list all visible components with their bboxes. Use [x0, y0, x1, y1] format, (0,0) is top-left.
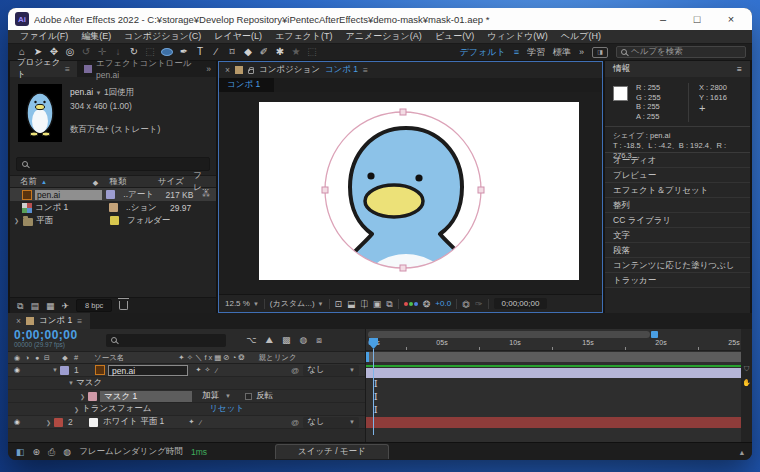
- shy-switch-icon[interactable]: ✦: [194, 366, 203, 374]
- collapse-switch-icon[interactable]: ✧: [203, 366, 212, 374]
- panel-audio[interactable]: オーディオ: [605, 153, 750, 168]
- switches-modes-toggle[interactable]: スイッチ / モード: [275, 444, 389, 459]
- lock-icon[interactable]: [248, 69, 254, 74]
- composition-canvas[interactable]: [259, 102, 579, 280]
- composition-mini-flowchart-icon[interactable]: ⌥: [246, 335, 256, 345]
- exposure-value[interactable]: +0.0: [435, 299, 451, 308]
- column-size[interactable]: サイズ: [158, 176, 193, 188]
- panel-menu-icon[interactable]: ≡: [737, 64, 742, 74]
- grid-guides-icon[interactable]: ⊡: [335, 299, 343, 309]
- composition-flowchart-icon[interactable]: ⧉: [386, 299, 392, 309]
- draft-3d-icon[interactable]: ⛰: [265, 335, 273, 345]
- interpret-footage-icon[interactable]: ⧉: [17, 301, 23, 311]
- workspace-overflow-icon[interactable]: »: [579, 47, 584, 57]
- roto-brush-tool-icon[interactable]: ✐: [256, 44, 272, 60]
- transform-row[interactable]: ❯ トランスフォーム リセット: [8, 403, 365, 416]
- zoom-tool-icon[interactable]: ◎: [62, 44, 78, 60]
- transform-label[interactable]: トランスフォーム: [82, 403, 151, 415]
- project-row-comp1[interactable]: コンポ 1 ..ション 29.97: [10, 201, 216, 214]
- source-name-column[interactable]: ソース名: [94, 353, 124, 363]
- minimize-button[interactable]: –: [646, 9, 680, 29]
- transparency-grid-icon[interactable]: ▣: [373, 299, 382, 309]
- bit-depth-button[interactable]: 8 bpc: [76, 299, 112, 312]
- workspace-standard[interactable]: 標準: [553, 46, 571, 59]
- expand-status-icon[interactable]: ▴: [740, 447, 744, 457]
- panel-paragraph[interactable]: 段落: [605, 243, 750, 258]
- comp-button-icon[interactable]: ✋: [742, 379, 751, 387]
- panel-align[interactable]: 整列: [605, 198, 750, 213]
- share-screen-icon[interactable]: ◨: [592, 47, 608, 58]
- mask-label-pink[interactable]: [88, 392, 97, 401]
- parent-link-column[interactable]: 親とリンク: [258, 353, 296, 363]
- layer-bar-white-solid[interactable]: [366, 417, 741, 428]
- workspace-learn[interactable]: 学習: [527, 46, 545, 59]
- menu-composition[interactable]: コンポジション(C): [118, 30, 207, 43]
- parent-pickwhip-icon[interactable]: @: [291, 366, 299, 375]
- panel-overflow-icon[interactable]: »: [206, 64, 216, 74]
- puppet-pin-tool-icon[interactable]: ✱: [272, 44, 288, 60]
- column-name[interactable]: 名前▲: [10, 176, 93, 188]
- menu-view[interactable]: ビュー(V): [429, 30, 480, 43]
- timeline-search-input[interactable]: [106, 334, 226, 347]
- orbit-camera-tool-icon[interactable]: ↺: [78, 44, 94, 60]
- footage-name[interactable]: pen.ai: [70, 87, 93, 97]
- current-timecode[interactable]: 0;00;00;00: [14, 331, 100, 340]
- panel-effects-presets[interactable]: エフェクト＆プリセット: [605, 183, 750, 198]
- close-panel-icon[interactable]: ×: [225, 65, 230, 75]
- label-chip-lavender[interactable]: [106, 190, 115, 199]
- preview-timecode[interactable]: 0;00;00;00: [494, 298, 548, 309]
- composition-viewer[interactable]: [219, 92, 602, 294]
- timeline-navigator-bar[interactable]: [368, 331, 650, 338]
- mask-invert-checkbox[interactable]: [245, 393, 252, 400]
- transform-reset-link[interactable]: リセット: [209, 403, 244, 415]
- parent-dropdown[interactable]: なし▼: [303, 365, 359, 376]
- menu-layer[interactable]: レイヤー(L): [208, 30, 268, 43]
- audio-status-icon[interactable]: ◍: [63, 447, 71, 457]
- layer-name-edit[interactable]: pen.ai: [108, 365, 188, 376]
- expand-arrow-icon[interactable]: ❯: [74, 406, 82, 413]
- renderer-icon[interactable]: ⊛: [33, 447, 41, 457]
- mask-mode-dropdown[interactable]: 加算▼: [202, 390, 231, 402]
- tab-effect-controls[interactable]: エフェクトコントロール pen.ai: [77, 61, 206, 77]
- timeline-tab-comp1[interactable]: × コンポ 1 ≡: [8, 313, 90, 329]
- menu-effect[interactable]: エフェクト(T): [269, 30, 339, 43]
- menu-edit[interactable]: 編集(E): [75, 30, 117, 43]
- visibility-eye-icon[interactable]: ◉: [12, 366, 22, 374]
- layer-row-white-solid[interactable]: ◉ ❯ 2 ホワイト 平面 1 ✦ ∕ @ なし▼: [8, 416, 365, 429]
- project-settings-icon[interactable]: ✈: [61, 301, 69, 311]
- exposure-icon[interactable]: ❂: [423, 299, 431, 309]
- mask-feather-box-icon[interactable]: ⬚: [304, 44, 320, 60]
- parent-dropdown[interactable]: なし▼: [303, 417, 359, 428]
- frame-blending-icon[interactable]: ▩: [282, 335, 291, 345]
- expand-arrow-icon[interactable]: ❯: [14, 217, 22, 224]
- menu-window[interactable]: ウィンドウ(W): [481, 30, 554, 43]
- close-button[interactable]: ×: [714, 9, 748, 29]
- mask-star-icon[interactable]: ★: [288, 44, 304, 60]
- ellipse-shape-tool-icon[interactable]: [161, 48, 173, 56]
- graph-editor-icon[interactable]: ⧈: [316, 335, 322, 345]
- layer-label-red[interactable]: [54, 418, 63, 427]
- panel-cc-libraries[interactable]: CC ライブラリ: [605, 213, 750, 228]
- new-composition-icon[interactable]: ▦: [46, 301, 55, 311]
- collapse-arrow-icon[interactable]: ▼: [52, 367, 60, 373]
- quality-switch-icon[interactable]: ∕: [196, 419, 205, 426]
- close-tab-icon[interactable]: ×: [16, 316, 21, 326]
- snapshot-status-icon[interactable]: ⎙: [48, 447, 55, 457]
- show-snapshot-icon[interactable]: ✑: [475, 299, 483, 309]
- collapse-arrow-icon[interactable]: ▼: [68, 380, 76, 386]
- maximize-button[interactable]: □: [680, 9, 714, 29]
- project-row-penai[interactable]: pen.ai ..アート 217 KB ⁂: [10, 188, 216, 201]
- menu-help[interactable]: ヘルプ(H): [555, 30, 607, 43]
- channel-color-icon[interactable]: [404, 302, 418, 306]
- panel-content-aware-fill[interactable]: コンテンツに応じた塗りつぶし: [605, 258, 750, 273]
- workspace-default[interactable]: デフォルト: [460, 46, 506, 59]
- eraser-tool-icon[interactable]: ◆: [240, 44, 256, 60]
- layer-label-lavender[interactable]: [60, 366, 69, 375]
- time-ruler[interactable]: 00s 05s 10s 15s 20s 25s: [366, 338, 741, 351]
- layer-row-penai[interactable]: ◉ ▼ 1 pen.ai ✦ ✧ ∕ @ なし▼: [8, 364, 365, 377]
- expand-arrow-icon[interactable]: ❯: [46, 419, 54, 426]
- project-row-solids-folder[interactable]: ❯ 平面 フォルダー: [10, 214, 216, 227]
- help-search-input[interactable]: ヘルプを検索: [616, 46, 746, 58]
- panel-menu-icon[interactable]: ≡: [77, 316, 82, 326]
- parent-pickwhip-icon[interactable]: @: [291, 418, 299, 427]
